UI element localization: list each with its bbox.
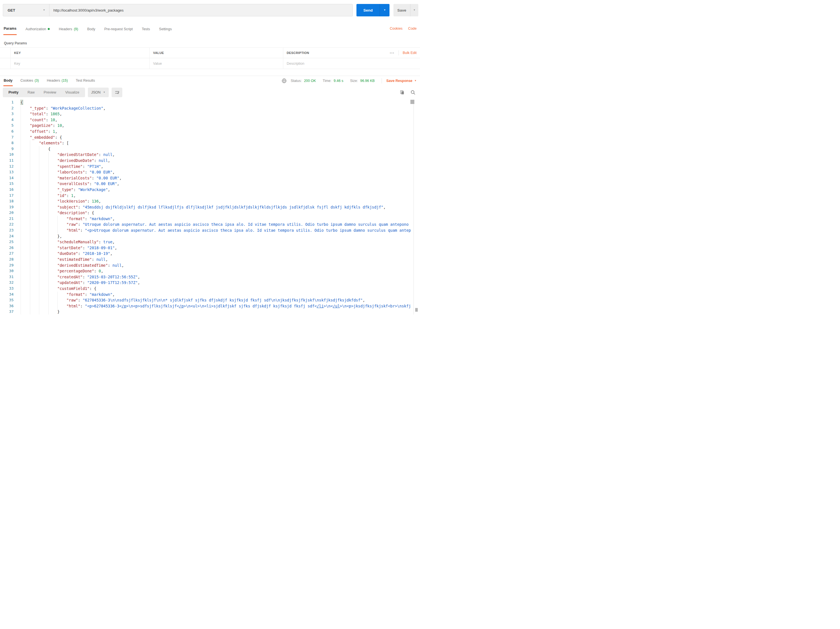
url-input[interactable]: http://localhost:3000/api/v3/work_packag… [49, 4, 352, 16]
code-line: 31"createdAt": "2015-03-20T12:56:55Z", [0, 274, 420, 280]
response-tab-cookies[interactable]: Cookies (3) [20, 76, 39, 86]
code-line: 5"pageSize": 10, [0, 123, 420, 128]
response-status-bar: Status: 200 OK Time: 9.46 s Size: 96.96 … [282, 76, 420, 83]
code-line: 11"derivedDueDate": null, [0, 158, 420, 164]
line-number: 4 [0, 117, 14, 123]
params-actions: ••• Bulk Edit [390, 50, 417, 55]
search-icon[interactable] [411, 90, 415, 95]
tab-pre-request-script[interactable]: Pre-request Script [104, 24, 133, 35]
tab-body-label: Body [87, 27, 95, 31]
description-input[interactable] [287, 58, 417, 69]
line-number: 8 [0, 140, 14, 146]
code-line: 6"offset": 1, [0, 128, 420, 134]
send-button[interactable]: Send [357, 4, 380, 16]
code-line: 8"elements": [ [0, 140, 420, 146]
code-line: 32"updatedAt": "2020-09-17T12:59:57Z", [0, 280, 420, 286]
mode-preview[interactable]: Preview [39, 88, 60, 97]
tab-headers[interactable]: Headers (9) [58, 24, 79, 35]
send-options-button[interactable]: ▼ [380, 4, 390, 16]
more-options-icon[interactable]: ••• [390, 51, 395, 55]
line-number: 12 [0, 164, 14, 169]
code-editor[interactable]: 1{2"_type": "WorkPackageCollection",3"to… [0, 100, 420, 314]
size-label: Size: [350, 79, 358, 83]
code-line: 14"materialCosts": "0.00 EUR", [0, 175, 420, 181]
code-line: 33"customField1": { [0, 286, 420, 292]
code-line: 16"_type": "WorkPackage", [0, 187, 420, 193]
format-dropdown[interactable]: JSON ▼ [88, 88, 109, 97]
copy-icon[interactable] [399, 90, 405, 95]
format-label: JSON [91, 90, 101, 94]
response-headers-count-badge: (15) [62, 79, 68, 83]
network-globe-icon[interactable] [282, 78, 287, 83]
status-value: 200 OK [304, 79, 316, 83]
code-line: 21"format": "markdown", [0, 216, 420, 222]
tab-settings[interactable]: Settings [159, 24, 172, 35]
save-response-button[interactable]: Save Response ▼ [386, 79, 417, 83]
tab-params[interactable]: Params [3, 24, 17, 35]
send-split-button: Send ▼ [357, 4, 390, 16]
code-line: 35"raw": "627845336-3\n\nsdfsjflksjfklsj… [0, 297, 420, 303]
cookies-link[interactable]: Cookies [390, 27, 403, 30]
code-line: 34"format": "markdown", [0, 292, 420, 297]
code-line: 1{ [0, 100, 420, 105]
code-line: 24}, [0, 233, 420, 239]
line-number: 33 [0, 286, 14, 292]
key-input[interactable] [14, 58, 149, 69]
request-tabs: Params Authorization Headers (9) Body Pr… [3, 24, 172, 35]
bulk-edit-link[interactable]: Bulk Edit [403, 51, 417, 55]
line-number: 20 [0, 210, 14, 216]
response-tab-headers[interactable]: Headers (15) [47, 76, 68, 86]
wrap-text-button[interactable] [112, 88, 122, 97]
code-line: 15"overallCosts": "0.00 EUR", [0, 181, 420, 187]
line-number: 13 [0, 169, 14, 175]
method-label: GET [8, 8, 15, 13]
tab-pre-request-label: Pre-request Script [104, 27, 133, 31]
line-number: 29 [0, 262, 14, 269]
line-number: 26 [0, 245, 14, 251]
scrollbar-track [414, 100, 414, 314]
mode-raw[interactable]: Raw [23, 88, 39, 97]
row-handle-cell [0, 58, 11, 69]
tab-params-label: Params [4, 27, 16, 30]
method-select[interactable]: GET ▼ [3, 4, 49, 16]
code-line: 4"count": 10, [0, 117, 420, 123]
code-line: 12"spentTime": "PT1H", [0, 164, 420, 169]
chevron-down-icon: ▼ [384, 9, 386, 11]
mode-pretty[interactable]: Pretty [4, 88, 23, 97]
inner-scrollbar-thumb[interactable] [415, 308, 418, 312]
response-tab-test-results[interactable]: Test Results [76, 76, 95, 86]
tab-tests[interactable]: Tests [142, 24, 150, 35]
view-mode-switcher: Pretty Raw Preview Visualize [3, 88, 85, 97]
chevron-down-icon: ▼ [103, 91, 105, 93]
tab-body[interactable]: Body [87, 24, 96, 35]
authorization-status-dot [48, 28, 50, 30]
vertical-scrollbar-thumb[interactable] [411, 100, 414, 104]
mode-visualize[interactable]: Visualize [61, 88, 84, 97]
save-button[interactable]: Save [393, 4, 410, 16]
chevron-down-icon: ▼ [413, 9, 415, 11]
query-params-title: Query Params [4, 41, 27, 45]
code-link[interactable]: Code [408, 27, 417, 30]
value-input[interactable] [153, 58, 283, 69]
code-line: 22"raw": "Utroque dolorum aspernatur. Au… [0, 221, 420, 228]
chevron-down-icon: ▼ [43, 9, 45, 11]
tab-authorization[interactable]: Authorization [25, 24, 50, 35]
query-params-header-row: KEY VALUE DESCRIPTION ••• Bulk Edit [0, 47, 420, 58]
save-split-button: Save ▼ [393, 4, 418, 16]
response-tab-body[interactable]: Body [3, 76, 13, 86]
save-options-button[interactable]: ▼ [410, 4, 418, 16]
tab-settings-label: Settings [159, 27, 172, 31]
test-results-label: Test Results [76, 79, 95, 83]
response-header: Body Cookies (3) Headers (15) Test Resul… [0, 76, 420, 87]
line-number: 22 [0, 221, 14, 228]
code-line: 19"subject": "45msddsj dsjfkldjslkfj dsl… [0, 204, 420, 210]
url-input-group: GET ▼ http://localhost:3000/api/v3/work_… [3, 4, 353, 16]
key-column-header: KEY [11, 48, 150, 58]
size-value: 96.96 KB [360, 79, 374, 83]
line-number: 23 [0, 228, 14, 233]
line-number: 36 [0, 303, 14, 309]
line-number: 5 [0, 123, 14, 128]
value-column-header: VALUE [150, 48, 283, 58]
response-body-label: Body [4, 79, 13, 82]
line-number: 31 [0, 274, 14, 280]
